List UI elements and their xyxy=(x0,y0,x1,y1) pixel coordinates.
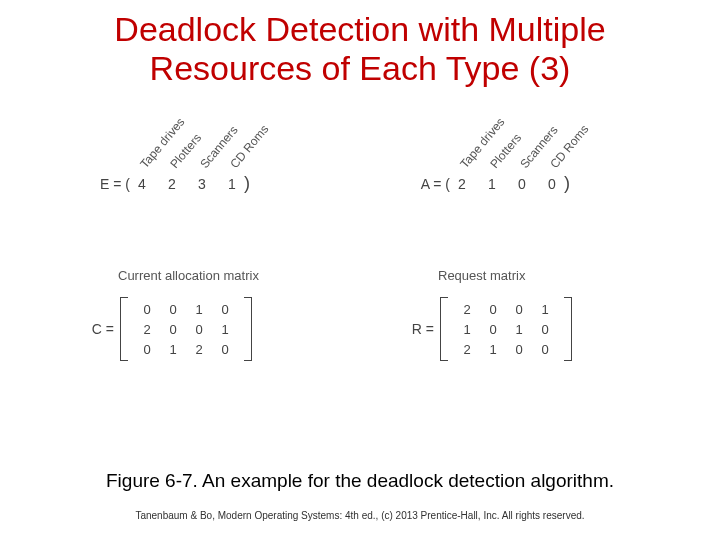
cell: 2 xyxy=(143,322,150,337)
matrix-c: C = 0010 2001 0120 xyxy=(90,297,310,361)
matrix-r: R = 2001 1010 2100 xyxy=(410,297,630,361)
vec-val: 0 xyxy=(546,176,558,192)
matrix-r-name: R = xyxy=(410,321,434,337)
cell: 1 xyxy=(169,342,176,357)
vec-val: 2 xyxy=(166,176,178,192)
cell: 0 xyxy=(221,302,228,317)
vector-e-block: Tape drives Plotters Scanners CD Roms E … xyxy=(100,118,300,194)
vector-a-block: Tape drives Plotters Scanners CD Roms A … xyxy=(420,118,620,194)
cell: 1 xyxy=(463,322,470,337)
bracket-left-icon xyxy=(120,297,128,361)
vectors-row: Tape drives Plotters Scanners CD Roms E … xyxy=(0,118,720,194)
cell: 0 xyxy=(143,302,150,317)
bracket-left-icon xyxy=(440,297,448,361)
cell: 0 xyxy=(489,322,496,337)
cell: 0 xyxy=(169,302,176,317)
vector-e-values: 4 2 3 1 xyxy=(136,176,238,192)
resource-labels-e: Tape drives Plotters Scanners CD Roms xyxy=(142,118,300,173)
copyright-footer: Tanenbaum & Bo, Modern Operating Systems… xyxy=(0,510,720,521)
cell: 0 xyxy=(489,302,496,317)
cell: 1 xyxy=(221,322,228,337)
vector-e: E = ( 4 2 3 1 ) xyxy=(100,173,300,194)
figure-caption: Figure 6-7. An example for the deadlock … xyxy=(0,470,720,492)
matrix-c-title: Current allocation matrix xyxy=(118,268,310,283)
matrix-r-grid: 2001 1010 2100 xyxy=(454,297,558,361)
matrix-r-title: Request matrix xyxy=(438,268,630,283)
vec-val: 1 xyxy=(226,176,238,192)
cell: 0 xyxy=(515,342,522,357)
title-line-2: Resources of Each Type (3) xyxy=(22,49,698,88)
bracket-right-icon xyxy=(564,297,572,361)
vector-a-values: 2 1 0 0 xyxy=(456,176,558,192)
paren-close: ) xyxy=(564,173,570,194)
paren-close: ) xyxy=(244,173,250,194)
cell: 1 xyxy=(489,342,496,357)
vec-val: 2 xyxy=(456,176,468,192)
vec-val: 4 xyxy=(136,176,148,192)
cell: 0 xyxy=(195,322,202,337)
matrix-c-block: Current allocation matrix C = 0010 2001 … xyxy=(90,268,310,361)
figure-content: Tape drives Plotters Scanners CD Roms E … xyxy=(0,88,720,428)
cell: 2 xyxy=(195,342,202,357)
slide-title: Deadlock Detection with Multiple Resourc… xyxy=(0,0,720,88)
matrix-c-grid: 0010 2001 0120 xyxy=(134,297,238,361)
cell: 0 xyxy=(515,302,522,317)
vector-a: A = ( 2 1 0 0 ) xyxy=(420,173,620,194)
cell: 0 xyxy=(143,342,150,357)
matrix-r-block: Request matrix R = 2001 1010 2100 xyxy=(410,268,630,361)
matrices-row: Current allocation matrix C = 0010 2001 … xyxy=(0,268,720,361)
cell: 2 xyxy=(463,302,470,317)
title-line-1: Deadlock Detection with Multiple xyxy=(22,10,698,49)
vector-e-name: E = ( xyxy=(100,176,130,192)
cell: 1 xyxy=(541,302,548,317)
cell: 1 xyxy=(515,322,522,337)
vec-val: 3 xyxy=(196,176,208,192)
cell: 2 xyxy=(463,342,470,357)
cell: 0 xyxy=(541,322,548,337)
cell: 0 xyxy=(169,322,176,337)
vec-val: 0 xyxy=(516,176,528,192)
vec-val: 1 xyxy=(486,176,498,192)
cell: 1 xyxy=(195,302,202,317)
matrix-c-name: C = xyxy=(90,321,114,337)
resource-labels-a: Tape drives Plotters Scanners CD Roms xyxy=(462,118,620,173)
cell: 0 xyxy=(221,342,228,357)
bracket-right-icon xyxy=(244,297,252,361)
cell: 0 xyxy=(541,342,548,357)
vector-a-name: A = ( xyxy=(420,176,450,192)
